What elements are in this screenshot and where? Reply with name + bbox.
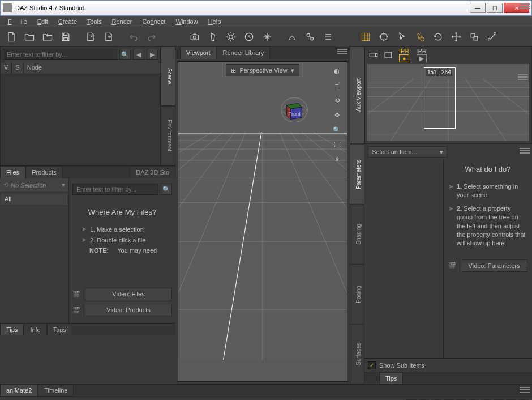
export-icon[interactable]: [83, 29, 98, 45]
list-icon[interactable]: [320, 29, 336, 45]
video-files-button[interactable]: Video: Files: [85, 288, 172, 300]
window-minimize-button[interactable]: —: [470, 3, 486, 13]
search-icon[interactable]: 🔍: [119, 49, 131, 60]
tab-viewport[interactable]: Viewport: [180, 46, 217, 59]
page-forward-icon[interactable]: [101, 29, 117, 45]
aux-viewport[interactable]: 151 : 264: [367, 64, 529, 141]
zoom-icon[interactable]: 🔍: [330, 123, 344, 137]
menu-window[interactable]: Window: [171, 17, 203, 26]
scene-tree[interactable]: [1, 74, 160, 165]
redo-icon[interactable]: [144, 29, 160, 45]
select-item-dropdown[interactable]: Select an Item... ▾: [368, 146, 447, 158]
panel-menu-icon[interactable]: [520, 2, 530, 10]
scene-filter-input[interactable]: [3, 49, 117, 60]
pan-icon[interactable]: ✥: [330, 108, 344, 122]
selection-dropdown[interactable]: ⟲ No Selection ▾: [0, 178, 68, 192]
deform-icon[interactable]: [284, 29, 300, 45]
svg-rect-37: [385, 52, 392, 58]
sparkle-icon[interactable]: [259, 29, 275, 45]
scene-cube[interactable]: Front: [280, 96, 308, 124]
tab-shaping[interactable]: Shaping: [350, 205, 364, 265]
viewport-menu-icon[interactable]: [337, 48, 347, 56]
filter-next-icon[interactable]: ▶: [147, 49, 158, 60]
frame-icon[interactable]: ⛶: [330, 138, 344, 151]
tab-surfaces[interactable]: Surfaces: [350, 324, 364, 384]
tab-timeline[interactable]: Timeline: [38, 385, 74, 397]
menu-render[interactable]: Render: [107, 17, 136, 26]
menu-tools[interactable]: Tools: [83, 17, 106, 26]
aux-render-icon[interactable]: [382, 49, 394, 61]
ipr-record-button[interactable]: IPR●: [397, 48, 411, 62]
ipr-play-button[interactable]: IPR▶: [414, 48, 428, 62]
scale-icon[interactable]: [466, 29, 482, 45]
save-icon[interactable]: [58, 29, 74, 45]
sun-icon[interactable]: [223, 29, 239, 45]
svg-rect-9: [474, 36, 478, 40]
tab-params-tips[interactable]: Tips: [379, 372, 403, 384]
open-file-icon[interactable]: [22, 29, 37, 45]
move-icon[interactable]: [448, 29, 464, 45]
tab-render-library[interactable]: Render Library: [217, 46, 271, 59]
tab-scene[interactable]: Scene: [161, 46, 175, 106]
app-icon: [3, 3, 12, 12]
3d-viewport[interactable]: ⊞ Perspective View ▾ ◐ ≡ ⟲ ✥ 🔍 ⛶ ⇪: [178, 61, 347, 382]
content-search-icon[interactable]: 🔍: [161, 184, 172, 195]
col-node[interactable]: Node: [24, 62, 160, 74]
tab-products[interactable]: Products: [25, 166, 62, 178]
reset-icon[interactable]: ⇪: [330, 152, 344, 166]
target-icon[interactable]: [376, 29, 392, 45]
tab-animate2[interactable]: aniMate2: [0, 385, 38, 397]
import-icon[interactable]: [40, 29, 55, 45]
timeline-menu-icon[interactable]: [520, 386, 530, 394]
tab-tips[interactable]: Tips: [0, 324, 24, 335]
tab-environment[interactable]: Environment: [161, 106, 175, 165]
show-sub-items-checkbox[interactable]: ✓: [368, 361, 376, 369]
filter-prev-icon[interactable]: ◀: [133, 49, 144, 60]
undo-icon[interactable]: [126, 29, 141, 45]
orbit-icon[interactable]: ⟲: [330, 93, 344, 107]
tab-aux-viewport[interactable]: Aux Viewport: [350, 46, 364, 144]
aux-menu-icon[interactable]: [518, 73, 528, 81]
menu-connect[interactable]: Connect: [138, 17, 170, 26]
history-back-icon[interactable]: ⟲: [3, 181, 8, 189]
grid-icon[interactable]: [358, 29, 374, 45]
svg-rect-36: [370, 53, 375, 57]
pointer-target-icon[interactable]: [412, 29, 428, 45]
render-region[interactable]: [424, 67, 456, 129]
pointer-icon[interactable]: [394, 29, 410, 45]
window-maximize-button[interactable]: ☐: [487, 3, 503, 13]
aux-camera-icon[interactable]: [367, 49, 380, 61]
view-selector-dropdown[interactable]: ⊞ Perspective View ▾: [226, 64, 299, 76]
new-file-icon[interactable]: [3, 29, 19, 45]
shading-icon[interactable]: ◐: [330, 64, 344, 78]
video-parameters-button[interactable]: Video: Parameters: [461, 259, 527, 272]
tab-daz3d-store[interactable]: DAZ 3D Sto: [130, 166, 175, 178]
camera-plus-icon[interactable]: [187, 29, 203, 45]
params-menu-icon[interactable]: [520, 147, 530, 155]
show-sub-items-label: Show Sub Items: [379, 362, 424, 369]
rotate-icon[interactable]: [430, 29, 446, 45]
col-v[interactable]: V: [1, 62, 12, 74]
tab-info[interactable]: Info: [24, 324, 46, 335]
tab-parameters[interactable]: Parameters: [350, 144, 364, 205]
menu-create[interactable]: Create: [54, 17, 81, 26]
arrow-icon: ➤: [81, 236, 87, 244]
category-all[interactable]: All: [1, 193, 67, 205]
video-products-button[interactable]: Video: Products: [85, 304, 172, 316]
tab-files[interactable]: Files: [0, 166, 25, 178]
node-plus-icon[interactable]: [302, 29, 318, 45]
vp-menu-icon[interactable]: ≡: [330, 79, 344, 92]
bone-icon[interactable]: [484, 29, 500, 45]
menu-help[interactable]: Help: [204, 17, 226, 26]
content-filter-input[interactable]: [72, 184, 158, 195]
spotlight-icon[interactable]: [205, 29, 221, 45]
property-tree[interactable]: [364, 159, 444, 358]
tab-tags[interactable]: Tags: [47, 324, 72, 335]
aux-viewport-panel: IPR● IPR▶ 151 : 264: [364, 46, 532, 144]
menu-edit[interactable]: Edit: [33, 17, 53, 26]
window-title: DAZ Studio 4.7 Standard: [15, 5, 84, 11]
tab-posing[interactable]: Posing: [350, 265, 364, 325]
col-s[interactable]: S: [12, 62, 23, 74]
menu-file[interactable]: File: [3, 17, 32, 26]
clock-icon[interactable]: [241, 29, 257, 45]
